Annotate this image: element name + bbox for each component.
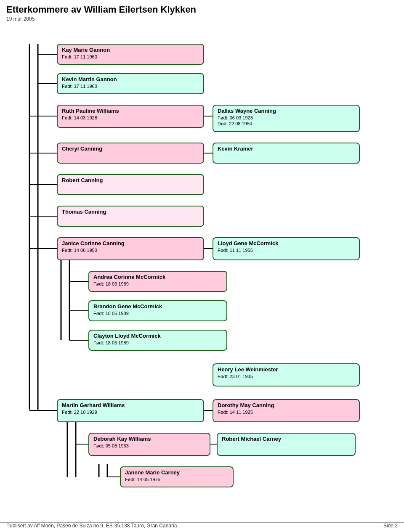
person-box-henry_weinmiester: Henry Lee WeinmiesterFødt: 23 01 1935 (213, 363, 360, 386)
person-name-cheryl_canning: Cheryl Canning (62, 146, 199, 153)
person-box-kevin_gannon: Kevin Martin GannonFødt: 17 11 1960 (57, 73, 204, 94)
person-name-andrea_mccormick: Andrea Corinne McCormick (93, 274, 222, 281)
person-detail1-dallas_canning: Født: 06 03 1923 (218, 115, 355, 121)
person-detail1-janice_canning: Født: 14 06 1950 (62, 247, 199, 253)
person-name-lloyd_mccormick: Lloyd Gene McCormick (218, 240, 355, 247)
person-detail1-lloyd_mccormick: Født: 11 11 1955 (218, 247, 355, 253)
person-name-martin_williams: Martin Gerhard Williams (62, 402, 199, 409)
person-box-ruth_williams: Ruth Pauline WilliamsFødt: 14 03 1928 (57, 105, 204, 128)
person-detail1-janene_carney: Født: 14 05 1975 (125, 476, 229, 482)
person-name-thomas_canning: Thomas Canning (62, 209, 199, 216)
person-name-janice_canning: Janice Corinne Canning (62, 240, 199, 247)
footer-right: Side 2 (383, 523, 398, 529)
person-box-dorothy_canning: Dorothy May CanningFødt: 14 11 1925 (213, 399, 360, 422)
page-footer: Publisert av Alf Moen, Paseo de Suiza no… (0, 522, 404, 529)
person-name-deborah_williams: Deborah Kay Williams (93, 436, 205, 443)
person-name-kevin_gannon: Kevin Martin Gannon (62, 76, 199, 83)
page-header: Etterkommere av William Eilertsen Klykke… (0, 0, 404, 23)
person-detail1-dorothy_canning: Født: 14 11 1925 (218, 409, 355, 415)
person-box-lloyd_mccormick: Lloyd Gene McCormickFødt: 11 11 1955 (213, 237, 360, 260)
person-detail1-deborah_williams: Født: 05 08 1953 (93, 443, 205, 449)
person-box-robert_carney: Robert Michael Carney (217, 433, 356, 456)
person-name-brandon_mccormick: Brandon Gene McCormick (93, 303, 222, 310)
person-name-henry_weinmiester: Henry Lee Weinmiester (218, 366, 355, 373)
person-detail2-dallas_canning: Død: 22 08 1954 (218, 121, 355, 127)
person-box-robert_canning: Robert Canning (57, 174, 204, 195)
person-name-janene_carney: Janene Marie Carney (125, 469, 229, 476)
person-box-janene_carney: Janene Marie CarneyFødt: 14 05 1975 (120, 466, 234, 487)
person-name-robert_canning: Robert Canning (62, 177, 199, 184)
person-detail1-martin_williams: Født: 22 10 1929 (62, 409, 199, 415)
person-box-martin_williams: Martin Gerhard WilliamsFødt: 22 10 1929 (57, 399, 204, 422)
person-detail1-clayton_mccormick: Født: 18 05 1989 (93, 340, 222, 346)
person-box-dallas_canning: Dallas Wayne CanningFødt: 06 03 1923Død:… (213, 105, 360, 132)
person-detail1-brandon_mccormick: Født: 18 05 1989 (93, 310, 222, 316)
person-name-ruth_williams: Ruth Pauline Williams (62, 108, 199, 115)
person-box-janice_canning: Janice Corinne CanningFødt: 14 06 1950 (57, 237, 204, 260)
person-box-clayton_mccormick: Clayton Lloyd McCormickFødt: 18 05 1989 (88, 330, 227, 351)
person-detail1-kay_gannon: Født: 17 11 1960 (62, 54, 199, 60)
person-box-thomas_canning: Thomas Canning (57, 206, 204, 227)
page-date: 19 mar 2005 (6, 16, 398, 22)
person-detail1-ruth_williams: Født: 14 03 1928 (62, 115, 199, 121)
person-name-robert_carney: Robert Michael Carney (222, 436, 351, 443)
tree-container: Kay Marie GannonFødt: 17 11 1960Kevin Ma… (6, 27, 398, 515)
page-title: Etterkommere av William Eilertsen Klykke… (6, 4, 398, 15)
person-box-kevin_kramer: Kevin Kramer (213, 143, 360, 164)
person-detail1-andrea_mccormick: Født: 18 05 1989 (93, 281, 222, 287)
person-name-clayton_mccormick: Clayton Lloyd McCormick (93, 333, 222, 340)
person-box-kay_gannon: Kay Marie GannonFødt: 17 11 1960 (57, 44, 204, 65)
footer-left: Publisert av Alf Moen, Paseo de Suiza no… (6, 523, 177, 529)
person-name-dallas_canning: Dallas Wayne Canning (218, 108, 355, 115)
person-box-cheryl_canning: Cheryl Canning (57, 143, 204, 164)
person-detail1-kevin_gannon: Født: 17 11 1960 (62, 83, 199, 89)
person-box-deborah_williams: Deborah Kay WilliamsFødt: 05 08 1953 (88, 433, 210, 456)
person-name-dorothy_canning: Dorothy May Canning (218, 402, 355, 409)
person-name-kevin_kramer: Kevin Kramer (218, 146, 355, 153)
person-name-kay_gannon: Kay Marie Gannon (62, 47, 199, 54)
person-box-andrea_mccormick: Andrea Corinne McCormickFødt: 18 05 1989 (88, 271, 227, 292)
person-box-brandon_mccormick: Brandon Gene McCormickFødt: 18 05 1989 (88, 300, 227, 321)
person-detail1-henry_weinmiester: Født: 23 01 1935 (218, 373, 355, 379)
